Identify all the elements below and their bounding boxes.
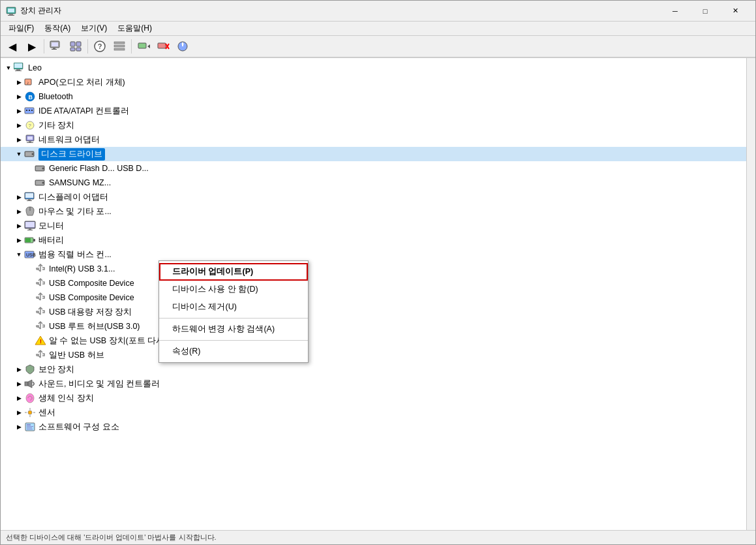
svg-rect-16 [114,48,125,50]
expand-apo[interactable]: ▶ [14,77,24,87]
expand-other[interactable]: ▶ [14,120,24,131]
close-button[interactable]: ✕ [720,1,750,22]
tree-item-apo[interactable]: ▶ ♪ APO(오디오 처리 개체) [1,75,746,89]
software-icon [24,421,36,433]
expand-software[interactable]: ▶ [14,422,24,432]
display-label: 디스플레이 어댑터 [38,192,108,203]
tree-item-battery[interactable]: ▶ 배터리 [1,233,746,247]
samsung-disk-icon [35,177,46,189]
show-computer-button[interactable] [47,37,65,55]
tree-item-network[interactable]: ▶ 네트워크 어댑터 [1,132,746,147]
expand-display[interactable]: ▶ [14,192,24,202]
menu-file[interactable]: 파일(F) [3,22,39,35]
update-driver-button[interactable] [134,37,153,55]
ctx-update-driver[interactable]: 드라이버 업데이트(P) [159,263,308,281]
tree-item-usb-unknown[interactable]: ▶ ! 알 수 없는 USB 장치(포트 다시 설정 실패) [1,334,746,348]
tree-item-intel-usb[interactable]: ▶ Intel(R) USB 3.1... [1,262,746,276]
tree-item-leo[interactable]: ▼ Leo [1,61,746,75]
minimize-button[interactable]: ─ [660,1,690,22]
svg-rect-34 [29,110,30,111]
svg-rect-54 [27,200,32,201]
expand-security[interactable]: ▶ [14,364,24,375]
expand-mouse[interactable]: ▶ [14,206,24,217]
svg-rect-62 [25,238,31,242]
tree-item-software[interactable]: ▶ 소프트웨어 구성 요소 [1,420,746,434]
svg-rect-3 [8,15,14,16]
expand-sensor[interactable]: ▶ [14,407,24,418]
svg-rect-79 [27,429,33,429]
usb-item-icon-4 [35,306,46,318]
biometric-icon [24,392,36,404]
expand-network[interactable]: ▶ [14,134,24,145]
svg-text:B: B [29,94,33,101]
tree-item-usb-hub[interactable]: ▶ 일반 USB 허브 [1,348,746,362]
tree-item-samsung[interactable]: ▶ SAMSUNG MZ... [1,176,746,190]
scan-hardware-button[interactable] [174,37,192,55]
monitor-label: 모니터 [38,221,64,232]
svg-rect-15 [114,45,125,47]
vertical-scrollbar[interactable] [746,58,755,530]
tree-item-usb-comp2[interactable]: ▶ USB Composite Device [1,290,746,305]
ctx-scan-hardware[interactable]: 하드웨어 변경 사항 검색(A) [159,320,308,338]
tree-item-biometric[interactable]: ▶ 생체 인식 장치 [1,391,746,405]
svg-rect-1 [8,8,14,12]
tree-item-generic[interactable]: ▶ Generic Flash D... USB D... [1,161,746,176]
tree-item-mouse[interactable]: ▶ 마우스 및 기타 포... [1,204,746,219]
forward-button[interactable]: ▶ [23,37,41,55]
network-label: 네트워크 어댑터 [38,134,100,146]
security-icon [24,364,36,375]
sensor-icon [24,407,36,418]
expand-battery[interactable]: ▶ [14,235,24,245]
svg-rect-53 [28,199,31,200]
help-button[interactable]: ? [91,37,109,55]
controller-icon [24,105,36,117]
audio-icon: ♪ [24,76,36,88]
tree-item-usb-comp1[interactable]: ▶ USB Composite Device [1,276,746,290]
svg-rect-9 [76,42,81,46]
usb-item-icon-5 [35,320,46,332]
expand-sound[interactable]: ▶ [14,379,24,389]
tree-item-ide[interactable]: ▶ IDE ATA/ATAPI 컨트롤러 [1,104,746,118]
svg-marker-68 [28,380,32,388]
expand-biometric[interactable]: ▶ [14,393,24,403]
expand-monitor[interactable]: ▶ [14,221,24,231]
expand-disk[interactable]: ▼ [14,149,24,159]
tree-item-usb-storage[interactable]: ▶ USB 대용량 저장 장치 [1,305,746,319]
device-tree[interactable]: ▼ Leo ▶ ♪ APO(오디오 처리 개체) ▶ B Bl [1,58,746,530]
svg-rect-8 [70,42,75,46]
ide-label: IDE ATA/ATAPI 컨트롤러 [38,106,129,117]
expand-usb-ctrl[interactable]: ▼ [14,249,24,260]
context-menu: 드라이버 업데이트(P) 디바이스 사용 안 함(D) 디바이스 제거(U) 하… [159,260,309,363]
back-button[interactable]: ◀ [3,37,22,55]
tree-item-monitor[interactable]: ▶ 모니터 [1,219,746,233]
tree-item-sensor[interactable]: ▶ 센서 [1,405,746,420]
usb-hub30-label: USB 루트 허브(USB 3.0) [49,321,140,332]
expand-ide[interactable]: ▶ [14,106,24,116]
tree-item-bluetooth[interactable]: ▶ B Bluetooth [1,89,746,104]
ctx-properties[interactable]: 속성(R) [159,343,308,360]
tree-item-disk[interactable]: ▼ 디스크 드라이브 [1,147,746,161]
svg-rect-58 [29,228,31,230]
tree-item-display[interactable]: ▶ 디스플레이 어댑터 [1,190,746,204]
tree-item-usb-hub30[interactable]: ▶ USB 루트 허브(USB 3.0) [1,319,746,334]
maximize-button[interactable]: □ [690,1,720,22]
ctx-disable-device[interactable]: 디바이스 사용 안 함(D) [159,281,308,298]
menu-action[interactable]: 동작(A) [39,22,76,35]
ctx-separator-1 [159,318,308,319]
ctx-uninstall-device[interactable]: 디바이스 제거(U) [159,298,308,316]
expand-leo[interactable]: ▼ [3,63,14,73]
menu-help[interactable]: 도움말(H) [112,22,157,35]
tree-item-security[interactable]: ▶ 보안 장치 [1,362,746,377]
tree-item-sound[interactable]: ▶ 사운드, 비디오 및 게임 컨트롤러 [1,377,746,391]
tree-item-other[interactable]: ▶ ? 기타 장치 [1,118,746,132]
svg-text:USB: USB [26,253,36,257]
svg-rect-33 [26,110,27,111]
show-resources-button[interactable] [67,37,85,55]
expand-bluetooth[interactable]: ▶ [14,91,24,102]
svg-point-44 [32,153,34,155]
show-list-button[interactable] [110,37,129,55]
tree-item-usb-ctrl[interactable]: ▼ USB 범용 직렬 버스 컨... [1,247,746,262]
remove-device-button[interactable] [154,37,172,55]
menu-view[interactable]: 보기(V) [76,22,112,35]
device-manager-window: 장치 관리자 ─ □ ✕ 파일(F) 동작(A) 보기(V) 도움말(H) ◀ … [0,0,756,545]
